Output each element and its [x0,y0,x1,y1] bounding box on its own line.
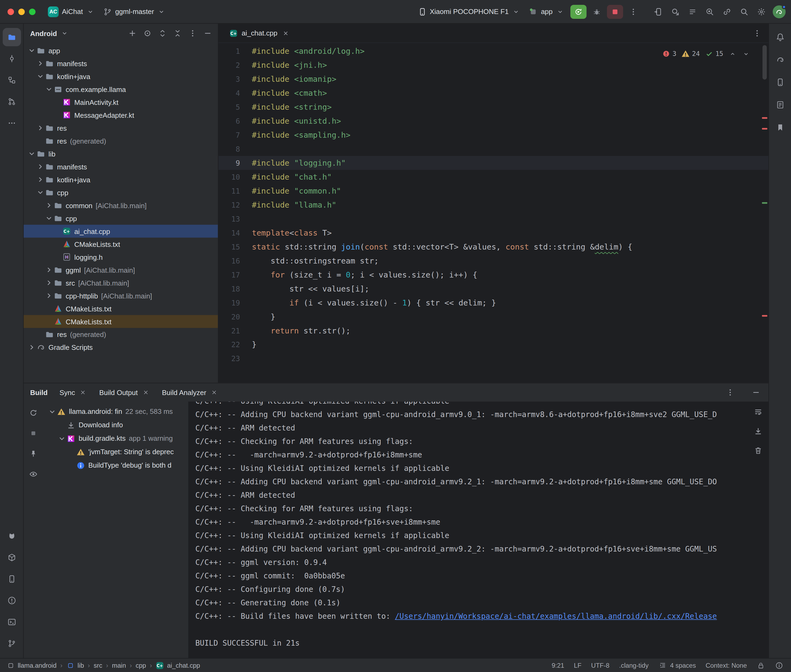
tree-chevron-icon[interactable] [57,434,67,443]
editor-line[interactable]: 19 if (i < values.size() - 1) { str << d… [218,296,769,310]
project-tree-row[interactable]: com.example.llama [24,83,218,96]
build-tab-build-analyzer[interactable]: Build Analyzer [162,388,219,397]
rerun-button[interactable] [570,5,586,19]
editor-line[interactable]: 23 [218,352,769,365]
project-tree-row[interactable]: cpp [24,186,218,199]
minimize-window-button[interactable] [18,8,25,15]
running-devices-tool-button[interactable] [2,570,21,588]
inspections-status-icon[interactable] [775,661,783,670]
editor-line[interactable]: 3#include <iomanip> [218,72,769,86]
terminal-tool-button[interactable] [2,613,21,631]
editor-line[interactable]: 18 str << values[i]; [218,282,769,296]
breadcrumb-item[interactable]: cpp [136,661,146,669]
device-file-explorer-button[interactable] [771,96,789,114]
hide-panel-button[interactable] [201,26,215,40]
editor-line[interactable]: 13 [218,212,769,226]
tree-chevron-icon[interactable] [47,407,57,416]
settings-button[interactable] [753,4,770,19]
clear-all-button[interactable] [751,443,765,458]
project-tree-row[interactable]: cpp-httplib[AiChat.lib.main] [24,290,218,302]
vcs-branch-selector[interactable]: ggml-master [99,5,170,18]
stop-button[interactable] [607,5,623,19]
tree-chevron-icon[interactable] [35,59,45,68]
hide-build-panel-button[interactable] [749,386,763,399]
resync-button[interactable] [26,406,40,420]
project-view-selector[interactable]: Android [30,29,57,37]
project-tree-row[interactable]: app [24,44,218,57]
pull-requests-tool-button[interactable] [2,93,21,111]
tree-chevron-icon[interactable] [44,201,54,210]
project-tree-row[interactable]: kotlin+java [24,173,218,186]
collapse-all-button[interactable] [171,26,185,40]
search-everywhere-button[interactable] [736,4,752,19]
device-selector[interactable]: Xiaomi POCOPHONE F1 [414,5,524,18]
prev-problem-button[interactable] [728,50,736,58]
error-stripe-mark[interactable] [762,315,767,317]
project-tree-row[interactable]: common[AiChat.lib.main] [24,199,218,212]
editor-line[interactable]: 15static std::string join(const std::vec… [218,240,769,254]
device-mirroring-button[interactable] [650,4,666,19]
tree-chevron-icon[interactable] [35,188,45,197]
clang-tidy-widget[interactable]: .clang-tidy [619,661,648,669]
project-tree-row[interactable]: res(generated) [24,134,218,147]
project-tree-row[interactable]: cpp [24,212,218,225]
console-link[interactable]: /Users/hanyin/Workspace/ai-chat/examples… [395,612,717,620]
tree-chevron-icon[interactable] [35,175,45,184]
passed-badge[interactable]: 15 [704,47,723,61]
filter-messages-button[interactable] [26,467,40,481]
tree-chevron-icon[interactable] [35,72,45,81]
close-icon[interactable] [141,388,150,397]
project-tree-row[interactable]: res(generated) [24,328,218,341]
lock-icon[interactable] [757,661,765,670]
project-tree-row[interactable]: kotlin+java [24,70,218,83]
inspections-widget[interactable]: 3 24 15 [659,46,752,62]
tree-chevron-icon[interactable] [44,266,54,274]
project-tool-button[interactable] [2,28,21,46]
project-tree-row[interactable]: MainActivity.kt [24,96,218,109]
project-tree-row[interactable]: src[AiChat.lib.main] [24,277,218,290]
editor-line[interactable]: 16 std::ostringstream str; [218,254,769,268]
line-ending[interactable]: LF [574,661,581,669]
error-stripe-mark[interactable] [762,128,767,130]
run-configuration-selector[interactable]: app [525,5,568,18]
close-icon[interactable] [281,29,290,37]
apply-changes-button[interactable] [667,4,684,19]
context-widget[interactable]: Context: None [706,661,747,669]
build-tool-window-title[interactable]: Build [30,388,48,396]
debug-button[interactable] [589,4,605,19]
resource-manager-tool-button[interactable] [2,548,21,566]
tree-chevron-icon[interactable] [44,291,54,300]
project-tree-row[interactable]: Hlogging.h [24,251,218,264]
sync-console[interactable]: C/C++: -- Using KleidiAI optimized kerne… [188,402,748,658]
errors-badge[interactable]: 3 [662,47,676,61]
sync-tree-row[interactable]: Download info [43,418,188,432]
change-stripe-mark[interactable] [762,202,767,204]
problems-tool-button[interactable] [2,591,21,610]
project-tree-row[interactable]: res [24,122,218,134]
project-tree-row[interactable]: lib [24,147,218,160]
close-icon[interactable] [210,388,218,397]
code-area[interactable]: 1#include <android/log.h>2#include <jni.… [218,43,769,382]
bookmarks-tool-button[interactable] [771,118,789,137]
editor-scrollbar-thumb[interactable] [762,45,767,80]
sync-tree-row[interactable]: llama.android: fin22 sec, 583 ms [43,405,188,418]
editor-line[interactable]: 9#include "logging.h" [218,156,769,170]
project-tree-row[interactable]: CMakeLists.txt [24,315,218,328]
project-tree-row[interactable]: CMakeLists.txt [24,302,218,315]
project-tree-row[interactable]: CMakeLists.txt [24,238,218,251]
project-tree-row[interactable]: ggml[AiChat.lib.main] [24,264,218,277]
structure-tool-button[interactable] [2,71,21,89]
device-explorer-tool-button[interactable] [771,73,789,91]
indent-widget[interactable]: 4 spaces [658,661,696,670]
commit-tool-button[interactable] [2,50,21,68]
device-manager-button[interactable] [719,4,735,19]
tree-chevron-icon[interactable] [27,343,37,352]
editor-tab-ai-chat-cpp[interactable]: C+ ai_chat.cpp [224,24,295,43]
build-options-button[interactable] [723,386,737,399]
notifications-button[interactable] [771,28,789,46]
build-tab-build-output[interactable]: Build Output [99,388,150,397]
logcat-tool-button[interactable] [684,4,701,19]
logcat-tool-window-button[interactable] [2,527,21,545]
tree-chevron-icon[interactable] [44,85,54,94]
caret-position[interactable]: 9:21 [552,661,565,669]
